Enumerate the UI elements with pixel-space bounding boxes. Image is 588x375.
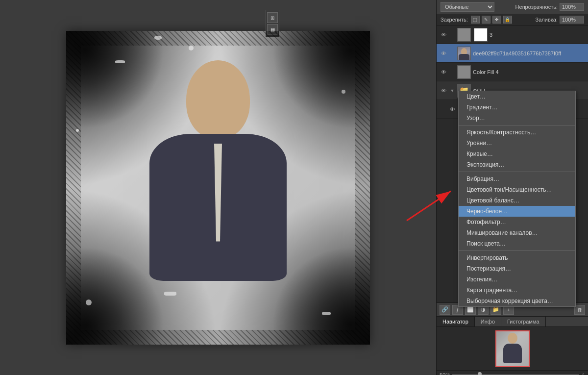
layer-eye[interactable]: 👁 [440, 50, 447, 57]
layer-eye[interactable]: 👁 [448, 105, 456, 113]
layer-item[interactable]: 👁 3 [437, 25, 588, 44]
splatter [154, 36, 162, 40]
lock-paint-btn[interactable]: ✎ [482, 16, 490, 24]
layer-eye[interactable]: 👁 [440, 31, 447, 39]
splatter [115, 60, 125, 63]
menu-item-colorbalance[interactable]: Цветовой баланс… [459, 195, 575, 206]
menu-sep-1 [459, 125, 575, 125]
canvas-wrapper [0, 0, 436, 375]
blend-mode-select[interactable]: Обычные [441, 2, 494, 12]
layer-name: 3 [490, 32, 585, 38]
splatter [322, 312, 331, 315]
toolbar-btn-1[interactable]: ⊞ [267, 12, 278, 23]
menu-item-curves[interactable]: Кривые… [459, 149, 575, 159]
menu-sep-3 [459, 250, 575, 251]
menu-item-gradient[interactable]: Градиент… [459, 102, 575, 113]
menu-item-color[interactable]: Цвет… [459, 91, 575, 102]
menu-item-levels[interactable]: Уровни… [459, 138, 575, 149]
nav-thumb-head [508, 333, 517, 344]
layer-thumbnail-photo [457, 47, 471, 60]
menu-item-photofilter[interactable]: Фотофильтр… [459, 217, 575, 227]
layers-header: Обычные Непрозрачность: [437, 0, 588, 14]
layer-item-colorfill[interactable]: 👁 Color Fill 4 [437, 63, 588, 81]
nav-thumbnail [495, 330, 530, 367]
layer-expand [449, 69, 455, 75]
splatter [86, 300, 92, 305]
opacity-row: Непрозрачность: [498, 3, 584, 11]
menu-item-gradientmap[interactable]: Карта градиента… [459, 285, 575, 296]
nav-thumb-body [503, 344, 522, 363]
fill-row: Заливка: [536, 16, 584, 24]
opacity-input[interactable] [560, 3, 584, 11]
layer-mask [474, 28, 488, 42]
layer-eye[interactable]: 👁 [440, 87, 447, 95]
layer-expand [449, 50, 455, 56]
person-silhouette [125, 60, 311, 315]
layer-eye[interactable]: 👁 [440, 68, 447, 76]
menu-sep-2 [459, 172, 575, 172]
layer-expand-group[interactable]: ▼ [449, 88, 455, 94]
nav-thumb-person [503, 333, 522, 365]
canvas-area: ⊞ ▦ [0, 0, 436, 375]
menu-item-invert[interactable]: Инвертировать [459, 252, 575, 263]
fill-label: Заливка: [536, 17, 558, 23]
color-fill-thumb [457, 65, 471, 79]
person-head [186, 60, 250, 139]
menu-item-vibrance[interactable]: Вибрация… [459, 174, 575, 184]
nav-zoom-value: 50% [440, 372, 450, 375]
nav-bottom: 50% △ [437, 370, 588, 375]
nav-tab-navigator[interactable]: Навигатор [437, 317, 475, 326]
layer-thumbnail [457, 28, 471, 42]
menu-item-pattern[interactable]: Узор… [459, 113, 575, 124]
menu-item-threshold[interactable]: Изогелия… [459, 274, 575, 285]
photo-inner [66, 31, 370, 345]
opacity-label: Непрозрачность: [515, 4, 558, 10]
lock-row: Закрепить: ⬚ ✎ ✤ 🔒 Заливка: [437, 14, 588, 25]
context-menu: Цвет… Градиент… Узор… Яркость/Контрастно… [458, 91, 576, 307]
delete-layer-btn[interactable]: 🗑 [574, 305, 585, 315]
lock-transparent-btn[interactable]: ⬚ [471, 16, 480, 24]
lock-icons: ⬚ ✎ ✤ 🔒 [471, 16, 512, 24]
navigator-panel: Навигатор Инфо Гистограмма 50% △ [437, 316, 588, 375]
splatter [342, 90, 345, 94]
menu-item-colorsearch[interactable]: Поиск цвета… [459, 238, 575, 249]
nav-tabs: Навигатор Инфо Гистограмма [437, 317, 588, 327]
photo-frame [66, 31, 370, 345]
splatter [189, 46, 194, 50]
nav-tab-info[interactable]: Инфо [475, 317, 501, 326]
nav-thumb-inner [496, 331, 529, 366]
nav-content [437, 327, 588, 370]
menu-item-exposure[interactable]: Экспозиция… [459, 159, 575, 170]
lock-label: Закрепить: [441, 17, 468, 23]
menu-item-posterize[interactable]: Постеризация… [459, 263, 575, 274]
nav-zoom-max: △ [581, 372, 585, 375]
nav-tab-histogram[interactable]: Гистограмма [501, 317, 546, 326]
layer-name-hash: dee902ff9d71a4903516776b7387f0ff [473, 50, 585, 56]
lock-move-btn[interactable]: ✤ [492, 16, 501, 24]
layer-item-active[interactable]: 👁 dee902ff9d71a4903516776b7387f0ff [437, 44, 588, 63]
layer-expand [449, 32, 455, 38]
menu-item-brightness[interactable]: Яркость/Контрастность… [459, 127, 575, 138]
lock-all-btn[interactable]: 🔒 [503, 16, 512, 24]
fill-input[interactable] [560, 16, 584, 24]
menu-item-bw[interactable]: Черно-белое… [459, 206, 575, 217]
menu-item-channelmixer[interactable]: Микширование каналов… [459, 227, 575, 238]
menu-item-hsl[interactable]: Цветовой тон/Насыщенность… [459, 184, 575, 195]
link-layers-btn[interactable]: 🔗 [440, 305, 450, 315]
person-body [149, 134, 287, 281]
splatter [76, 129, 79, 132]
layer-name-colorfill4: Color Fill 4 [473, 69, 585, 75]
menu-item-selectivecolor[interactable]: Выборочная коррекция цвета… [459, 296, 575, 306]
